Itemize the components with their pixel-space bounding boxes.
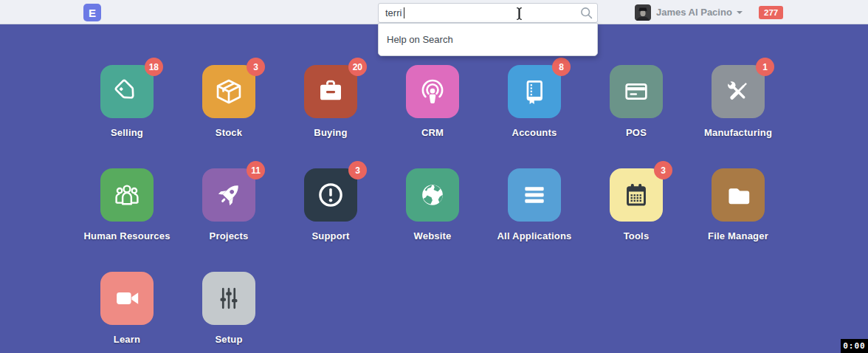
chevron-down-icon (737, 11, 743, 14)
top-navbar: E Help on Search James Al Pacino (0, 0, 868, 24)
people-icon (109, 177, 145, 213)
module-label: Human Resources (83, 230, 170, 241)
module-item-file-manager[interactable]: File Manager (687, 168, 789, 272)
module-label: CRM (421, 127, 444, 138)
module-label: File Manager (708, 230, 768, 241)
tag-icon (109, 74, 145, 109)
module-label: Manufacturing (704, 127, 772, 138)
module-label: Website (413, 230, 451, 241)
module-label: Support (311, 230, 349, 241)
module-tile-file-manager[interactable] (712, 168, 765, 222)
global-search: Help on Search (378, 3, 598, 23)
search-suggestions-dropdown: Help on Search (378, 23, 598, 56)
briefcase-icon (313, 74, 348, 109)
module-item-website[interactable]: Website (382, 168, 483, 272)
menu-icon (517, 177, 552, 213)
module-grid: 18Selling3Stock20BuyingCRM8AccountsPOS1M… (76, 65, 789, 353)
sliders-icon (211, 281, 247, 316)
search-icon (580, 7, 593, 19)
module-label: Learn (114, 334, 140, 345)
user-avatar[interactable] (635, 4, 651, 21)
podcast-icon (415, 74, 450, 109)
notifications-count-badge[interactable]: 277 (759, 6, 783, 19)
module-tile-learn[interactable] (100, 272, 154, 325)
module-label: Setup (215, 334, 242, 345)
module-count-badge: 20 (348, 58, 367, 76)
user-menu[interactable]: James Al Pacino (635, 0, 743, 24)
module-item-buying[interactable]: 20Buying (280, 65, 382, 168)
module-item-all-applications[interactable]: All Applications (483, 168, 585, 272)
module-count-badge: 1 (756, 58, 774, 76)
module-count-badge: 8 (552, 58, 571, 76)
calendar-icon (619, 177, 654, 213)
module-tile-stock[interactable]: 3 (202, 65, 255, 118)
box-icon (211, 74, 247, 109)
module-label: All Applications (497, 230, 572, 241)
alert-circle-icon (313, 177, 348, 213)
module-label: Projects (210, 230, 249, 241)
text-caret (404, 7, 404, 18)
module-count-badge: 11 (247, 161, 265, 179)
module-label: POS (626, 127, 647, 138)
module-tile-accounts[interactable]: 8 (508, 65, 561, 118)
user-name: James Al Pacino (656, 7, 732, 18)
search-suggestion-help[interactable]: Help on Search (379, 24, 597, 55)
app-logo[interactable]: E (83, 4, 101, 21)
module-item-learn[interactable]: Learn (76, 272, 178, 353)
credit-card-icon (619, 74, 654, 109)
app-logo-letter: E (89, 7, 96, 19)
module-tile-projects[interactable]: 11 (202, 168, 255, 222)
module-item-setup[interactable]: Setup (178, 272, 280, 353)
module-label: Buying (314, 127, 347, 138)
book-icon (517, 74, 552, 109)
module-tile-crm[interactable] (406, 65, 459, 118)
module-item-crm[interactable]: CRM (382, 65, 483, 168)
module-item-support[interactable]: 3Support (280, 168, 382, 272)
module-item-accounts[interactable]: 8Accounts (483, 65, 585, 168)
module-tile-pos[interactable] (610, 65, 663, 118)
module-label: Tools (624, 230, 650, 241)
module-tile-setup[interactable] (202, 272, 255, 325)
module-label: Stock (216, 127, 242, 138)
module-item-selling[interactable]: 18Selling (76, 65, 178, 168)
module-item-human-resources[interactable]: Human Resources (76, 168, 178, 272)
avatar-photo (635, 4, 651, 21)
module-item-projects[interactable]: 11Projects (178, 168, 280, 272)
module-item-pos[interactable]: POS (585, 65, 687, 168)
video-icon (109, 281, 145, 316)
module-tile-selling[interactable]: 18 (100, 65, 154, 118)
module-tile-tools[interactable]: 3 (610, 168, 663, 222)
globe-icon (415, 177, 450, 213)
module-tile-support[interactable]: 3 (304, 168, 357, 222)
tools-icon (720, 74, 756, 109)
module-count-badge: 18 (145, 58, 163, 76)
module-label: Accounts (512, 127, 557, 138)
module-label: Selling (111, 127, 143, 138)
ibeam-mouse-cursor (515, 7, 523, 21)
screen-recording-timer: 0:00 (841, 339, 868, 353)
module-count-badge: 3 (348, 161, 367, 179)
module-item-manufacturing[interactable]: 1Manufacturing (687, 65, 789, 168)
module-item-tools[interactable]: 3Tools (585, 168, 687, 272)
module-tile-manufacturing[interactable]: 1 (712, 65, 765, 118)
module-tile-buying[interactable]: 20 (304, 65, 357, 118)
module-tile-human-resources[interactable] (100, 168, 154, 222)
rocket-icon (211, 177, 247, 213)
module-count-badge: 3 (654, 161, 672, 179)
module-count-badge: 3 (247, 58, 265, 76)
module-tile-all-applications[interactable] (508, 168, 561, 222)
module-tile-website[interactable] (406, 168, 459, 222)
folder-icon (720, 177, 756, 213)
module-item-stock[interactable]: 3Stock (178, 65, 280, 168)
search-input[interactable] (378, 3, 598, 23)
